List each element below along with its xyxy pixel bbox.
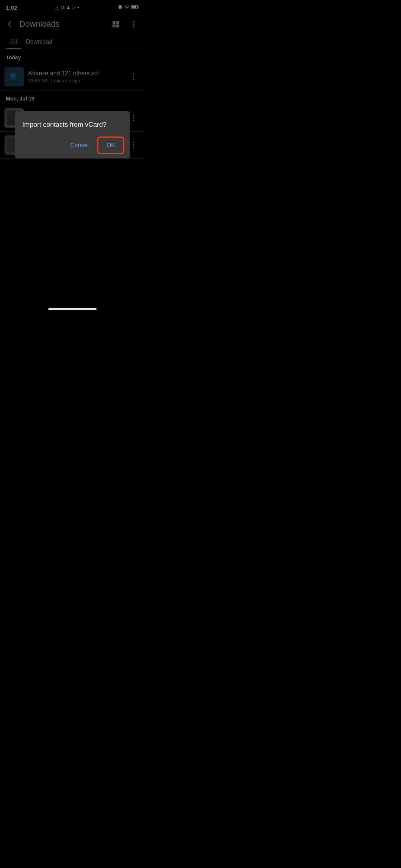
dialog-overlay: Import contacts from vCard? Cancel OK xyxy=(0,0,145,313)
dialog-message: Import contacts from vCard? xyxy=(22,120,123,129)
ok-button[interactable]: OK xyxy=(99,138,123,152)
home-indicator xyxy=(48,308,97,310)
import-contacts-dialog: Import contacts from vCard? Cancel OK xyxy=(15,111,130,158)
dialog-actions: Cancel OK xyxy=(22,138,123,152)
cancel-button[interactable]: Cancel xyxy=(63,138,96,152)
